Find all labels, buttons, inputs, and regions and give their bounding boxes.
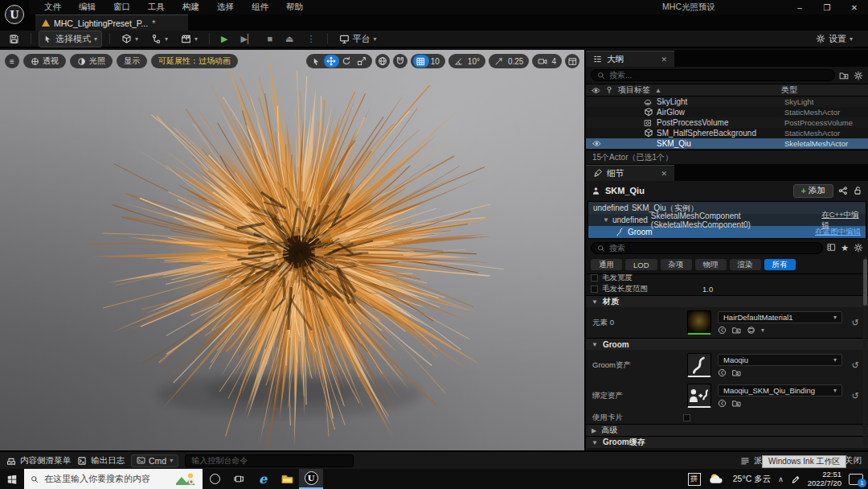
add-actor-button[interactable]: ▾ <box>117 32 142 46</box>
section-groom-cache[interactable]: ▼ Groom缓存 <box>586 436 868 448</box>
property-row-1[interactable]: 毛发长度范围 1.0 <box>586 283 868 294</box>
folder-icon[interactable] <box>732 399 741 408</box>
favorites-star-icon[interactable]: ★ <box>841 243 849 253</box>
filter-chip-通用[interactable]: 通用 <box>591 259 622 270</box>
show-dropdown[interactable]: 显示 <box>117 54 147 68</box>
binding-asset-thumbnail[interactable] <box>687 384 711 408</box>
browse-icon[interactable] <box>718 399 727 408</box>
material-sphere-icon[interactable] <box>747 326 755 335</box>
menu-3[interactable]: 工具 <box>139 2 174 13</box>
outliner-row-SKM_Qiu[interactable]: SKM_Qiu SkeletalMeshActor <box>586 138 868 149</box>
close-button[interactable]: ✕ <box>841 0 868 14</box>
property-row-0[interactable]: 毛发宽度 <box>586 273 868 283</box>
gear-icon[interactable] <box>854 71 863 80</box>
filter-chip-杂项[interactable]: 杂项 <box>661 259 692 270</box>
component-row-SkeletalMeshComponent[interactable]: ▼ undefined SkeletalMeshComponent (Skele… <box>588 214 866 226</box>
details-tab[interactable]: 细节✕ <box>586 165 674 181</box>
scale-tool-button[interactable] <box>354 55 370 68</box>
menu-6[interactable]: 组件 <box>243 2 277 13</box>
outliner-tab[interactable]: 大纲✕ <box>586 51 674 67</box>
camera-speed-value[interactable]: 4 <box>550 57 559 66</box>
browse-icon[interactable] <box>718 368 727 377</box>
details-search-input[interactable]: 搜索 <box>591 242 823 254</box>
material-select[interactable]: HairDefaultMaterial1▾ <box>718 311 842 323</box>
content-drawer-button[interactable]: 内容侧滑菜单 <box>6 455 71 466</box>
weather-text[interactable]: 25°C 多云 <box>733 474 771 485</box>
groom-asset-select[interactable]: Maoqiu▾ <box>718 354 842 366</box>
reset-icon[interactable]: ↺ <box>849 360 862 371</box>
select-tool-button[interactable] <box>309 55 324 68</box>
taskbar-search-input[interactable]: 在这里输入你要搜索的内容 <box>24 469 203 489</box>
select-mode-dropdown[interactable]: 选择模式 ▾ <box>39 31 102 47</box>
stop-button[interactable]: ■ <box>263 32 276 45</box>
reset-icon[interactable]: ↺ <box>849 318 862 328</box>
maximize-viewport-button[interactable] <box>565 54 579 68</box>
gear-icon[interactable] <box>854 243 863 253</box>
output-log-button[interactable]: 输出日志 <box>77 455 125 466</box>
filter-chip-物理[interactable]: 物理 <box>695 259 727 270</box>
folder-icon[interactable] <box>732 326 741 335</box>
filter-chip-LOD[interactable]: LOD <box>625 259 657 270</box>
blueprint-node-icon[interactable] <box>838 186 848 195</box>
eye-icon[interactable] <box>586 139 607 148</box>
perspective-dropdown[interactable]: 透视 <box>23 54 66 68</box>
outliner-row-SM_HalfSphereBackground[interactable]: SM_HalfSphereBackground StaticMeshActor <box>586 128 868 138</box>
surface-snapping-button[interactable] <box>393 54 407 68</box>
rotate-tool-button[interactable] <box>339 55 354 68</box>
browse-icon[interactable] <box>718 326 727 335</box>
level-viewport[interactable]: ≡ 透视 光照 显示 可延展性：过场动画 10 10° <box>0 50 584 450</box>
tray-expand-chevron[interactable]: ∧ <box>778 475 784 483</box>
menu-5[interactable]: 选择 <box>208 2 243 13</box>
settings-dropdown[interactable]: 设置▾ <box>812 31 857 47</box>
view-mode-dropdown[interactable]: 光照 <box>70 54 113 68</box>
save-button[interactable] <box>5 32 23 46</box>
folder-icon[interactable] <box>732 368 741 377</box>
scale-snap-control[interactable]: 0.25 <box>489 54 529 68</box>
minimize-button[interactable]: – <box>786 0 813 14</box>
news-weather-icon[interactable] <box>175 472 196 487</box>
outliner-row-SkyLight[interactable]: SkyLight SkyLight <box>586 97 868 107</box>
menu-0[interactable]: 文件 <box>35 2 70 13</box>
menu-4[interactable]: 构建 <box>174 2 208 13</box>
unreal-engine-taskbar-icon[interactable]: U <box>299 469 323 489</box>
start-button[interactable] <box>0 469 24 489</box>
ime-indicator[interactable]: 拼 <box>688 473 701 486</box>
grid-snap-control[interactable]: 10 <box>411 54 445 68</box>
rotation-snap-control[interactable]: 10° <box>448 54 485 68</box>
display-options-icon[interactable] <box>827 243 836 253</box>
folder-plus-icon[interactable] <box>839 71 849 80</box>
scalability-warning-pill[interactable]: 可延展性：过场动画 <box>151 54 238 68</box>
filter-chip-渲染[interactable]: 渲染 <box>730 259 761 270</box>
viewport-menu-icon[interactable]: ≡ <box>5 54 19 68</box>
console-command-input[interactable]: 输入控制台命令 <box>185 454 354 467</box>
scale-snap-value[interactable]: 0.25 <box>506 57 526 66</box>
binding-asset-select[interactable]: Maoqiu_SKM_Qiu_Binding▾ <box>718 384 842 397</box>
outliner-row-PostProcessVolume[interactable]: PostProcessVolume PostProcessVolume <box>586 117 868 128</box>
override-checkbox[interactable] <box>591 274 598 281</box>
menu-2[interactable]: 窗口 <box>104 2 139 13</box>
cortana-icon[interactable] <box>203 469 227 489</box>
asset-tab[interactable]: MHC_LightingPreset_P... * <box>35 14 188 31</box>
section-materials[interactable]: ▼ 材质 <box>586 295 868 307</box>
cinematics-button[interactable]: ▾ <box>177 32 202 46</box>
item-label-column-header[interactable]: 项目标签 <box>618 84 650 96</box>
play-options-button[interactable]: ⋮ <box>303 32 320 46</box>
details-scrollbar[interactable] <box>863 256 867 446</box>
play-button[interactable]: ▶ <box>217 32 231 46</box>
close-icon[interactable]: ✕ <box>661 170 667 178</box>
lock-icon[interactable] <box>853 186 862 195</box>
use-cards-checkbox[interactable] <box>683 414 690 421</box>
groom-asset-thumbnail[interactable] <box>687 353 711 377</box>
override-checkbox[interactable] <box>591 286 598 293</box>
pin-icon[interactable] <box>605 86 613 94</box>
maximize-button[interactable]: ❐ <box>813 0 841 14</box>
section-groom[interactable]: ▼ Groom <box>586 338 868 350</box>
type-column-header[interactable]: 类型 <box>781 84 865 96</box>
notification-center-icon[interactable]: 1 <box>849 474 863 485</box>
edit-link[interactable]: 在蓝图中编辑 <box>815 227 861 237</box>
world-local-toggle[interactable] <box>375 54 390 68</box>
add-component-button[interactable]: +添加 <box>793 184 833 198</box>
close-icon[interactable]: ✕ <box>661 55 667 64</box>
windows-ink-pen-icon[interactable] <box>791 475 800 484</box>
property-value[interactable]: 1.0 <box>702 285 863 294</box>
